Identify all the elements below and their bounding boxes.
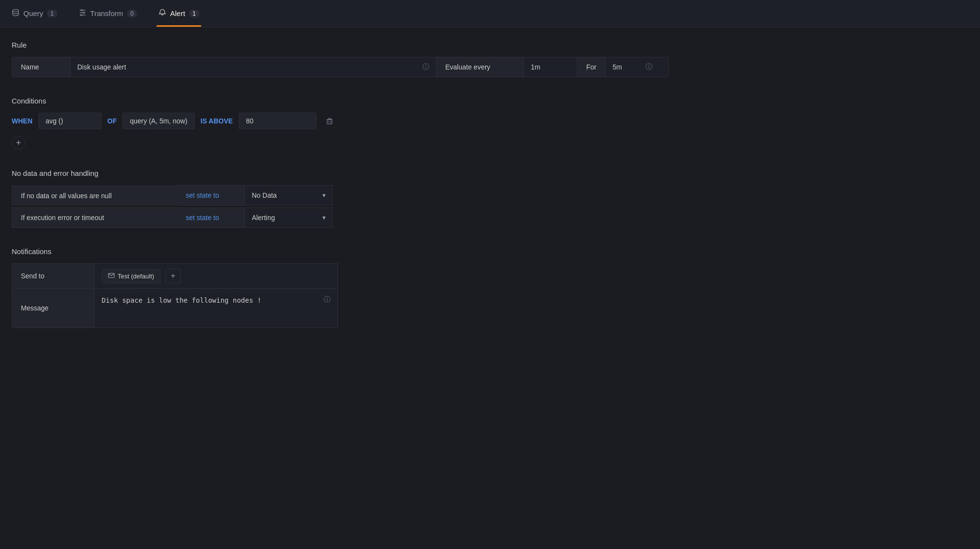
nodata-select-wrapper-2: Alerting Keep Last State [245, 208, 332, 227]
notifications-table: Send to Test (default) [12, 263, 338, 328]
tab-query-badge: 1 [47, 10, 57, 17]
send-to-row: Send to Test (default) [12, 264, 338, 289]
nodata-label-1: If no data or all values are null [12, 186, 177, 206]
send-to-content: Test (default) + [95, 264, 338, 289]
name-input-wrap: ⓘ [70, 57, 436, 77]
query-icon [12, 9, 19, 18]
nodata-row-2: If execution error or timeout set state … [12, 207, 669, 228]
alert-icon [158, 9, 166, 18]
is-above-label: IS ABOVE [201, 117, 233, 125]
of-label: OF [107, 117, 117, 125]
tab-alert-badge: 1 [189, 10, 199, 17]
fn-selector[interactable]: avg () [38, 113, 102, 129]
for-label: For [577, 57, 605, 77]
delete-condition-button[interactable] [322, 114, 337, 128]
send-to-label: Send to [12, 264, 95, 289]
add-condition-button[interactable]: + [12, 136, 25, 150]
tabs-bar: Query 1 Transform 0 Alert 1 [0, 0, 980, 27]
nodata-section: No data and error handling If no data or… [12, 169, 669, 228]
nodata-select-1[interactable]: No Data Alerting Keep Last State OK [245, 186, 332, 205]
message-input[interactable] [102, 293, 320, 318]
name-info-icon: ⓘ [422, 63, 429, 71]
evaluate-label: Evaluate every [436, 57, 524, 77]
nodata-label-2: If execution error or timeout [12, 207, 177, 228]
conditions-title: Conditions [12, 97, 669, 105]
nodata-set-1: set state to [177, 185, 245, 206]
when-label: WHEN [12, 117, 33, 125]
trash-icon [325, 117, 334, 125]
add-notification-button[interactable]: + [165, 269, 180, 283]
tab-transform[interactable]: Transform 0 [77, 0, 139, 27]
rule-section: Rule Name ⓘ Evaluate every For ⓘ [12, 41, 669, 77]
tab-transform-label: Transform [90, 9, 123, 17]
channel-name: Test (default) [118, 273, 154, 280]
conditions-row: WHEN avg () OF query (A, 5m, now) IS ABO… [12, 113, 669, 129]
tab-alert-label: Alert [170, 9, 185, 17]
evaluate-input[interactable] [531, 63, 560, 71]
nodata-select-2[interactable]: Alerting Keep Last State [245, 208, 332, 227]
nodata-select-wrapper-1: No Data Alerting Keep Last State OK [245, 186, 332, 205]
threshold-input[interactable] [239, 113, 316, 129]
main-content: Rule Name ⓘ Evaluate every For ⓘ Conditi… [0, 27, 681, 357]
tab-transform-badge: 0 [127, 10, 137, 17]
evaluate-input-wrap [524, 57, 577, 77]
email-icon [108, 272, 115, 280]
rule-title: Rule [12, 41, 669, 49]
tab-query-label: Query [23, 9, 43, 17]
nodata-title: No data and error handling [12, 169, 669, 177]
for-input[interactable] [612, 63, 642, 71]
message-content: ⓘ [95, 289, 338, 328]
tab-query[interactable]: Query 1 [10, 0, 59, 27]
name-label: Name [12, 57, 70, 77]
svg-point-0 [13, 9, 18, 12]
channel-badge[interactable]: Test (default) [102, 269, 160, 283]
message-wrap: ⓘ [102, 293, 331, 323]
for-info-icon: ⓘ [646, 63, 652, 71]
tab-alert[interactable]: Alert 1 [157, 0, 201, 27]
for-input-wrap: ⓘ [605, 57, 668, 77]
name-input[interactable] [77, 63, 419, 71]
nodata-row-1: If no data or all values are null set st… [12, 185, 669, 206]
message-info-icon: ⓘ [324, 293, 331, 304]
nodata-set-2: set state to [177, 207, 245, 228]
message-label: Message [12, 289, 95, 328]
conditions-section: Conditions WHEN avg () OF query (A, 5m, … [12, 97, 669, 150]
message-row: Message ⓘ [12, 289, 338, 328]
notifications-section: Notifications Send to [12, 247, 669, 328]
query-selector[interactable]: query (A, 5m, now) [122, 113, 194, 129]
notifications-title: Notifications [12, 247, 669, 256]
transform-icon [79, 9, 87, 18]
send-to-row-inner: Test (default) + [102, 269, 331, 283]
rule-row: Name ⓘ Evaluate every For ⓘ [12, 57, 669, 77]
nodata-select-cell-1: No Data Alerting Keep Last State OK [245, 185, 333, 206]
svg-rect-4 [327, 120, 332, 124]
nodata-select-cell-2: Alerting Keep Last State [245, 207, 333, 228]
